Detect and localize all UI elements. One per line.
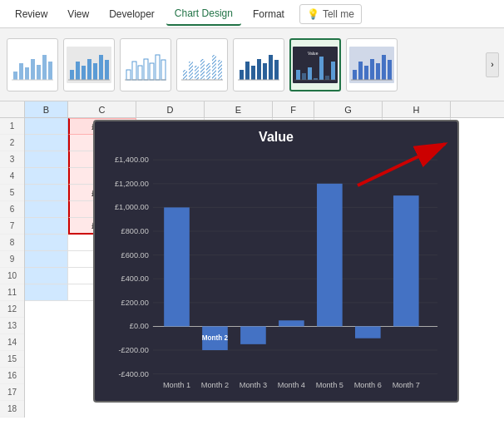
svg-rect-21 xyxy=(150,63,154,80)
svg-rect-39 xyxy=(269,55,273,80)
svg-text:£600.00: £600.00 xyxy=(121,251,149,259)
svg-rect-11 xyxy=(82,66,86,80)
svg-rect-34 xyxy=(240,70,244,80)
ribbon: Value › xyxy=(0,28,504,101)
svg-rect-4 xyxy=(37,65,41,80)
svg-rect-35 xyxy=(245,62,250,80)
svg-rect-23 xyxy=(161,60,166,80)
menu-review[interactable]: Review xyxy=(7,3,56,25)
chart-style-6-preview: Value xyxy=(293,44,338,86)
tell-me-input[interactable]: 💡 Tell me xyxy=(299,4,362,24)
col-header-g[interactable]: G xyxy=(314,101,383,117)
col-header-b[interactable]: B xyxy=(25,101,68,117)
cell-b6[interactable] xyxy=(25,201,68,218)
spreadsheet-area: B C D E F G H 1 2 3 4 5 6 7 8 9 10 11 12… xyxy=(0,101,504,425)
ribbon-scroll-arrow[interactable]: › xyxy=(486,52,499,77)
bar-month3 xyxy=(240,326,266,343)
corner-cell xyxy=(0,101,25,117)
col-header-c[interactable]: C xyxy=(68,101,136,117)
row-num-9: 9 xyxy=(0,251,24,268)
cell-b8[interactable] xyxy=(25,235,68,251)
svg-rect-55 xyxy=(364,66,368,80)
menu-format[interactable]: Format xyxy=(245,3,293,25)
chart-style-6[interactable]: Value xyxy=(289,38,341,91)
row-num-13: 13 xyxy=(0,318,24,334)
row-num-6: 6 xyxy=(0,201,24,218)
row-num-11: 11 xyxy=(0,284,24,301)
svg-rect-29 xyxy=(200,59,205,80)
chart-style-1-preview xyxy=(10,44,55,86)
svg-rect-59 xyxy=(388,60,392,80)
svg-text:£1,400.00: £1,400.00 xyxy=(115,156,149,164)
chart-style-7-preview xyxy=(349,44,394,86)
col-header-f[interactable]: F xyxy=(273,101,314,117)
row-headers: 1 2 3 4 5 6 7 8 9 10 11 12 13 14 15 16 1… xyxy=(0,118,25,418)
bar-month1 xyxy=(164,207,190,326)
chart-title: Value xyxy=(103,130,449,145)
svg-text:£200.00: £200.00 xyxy=(121,299,149,307)
col-header-e[interactable]: E xyxy=(205,101,273,117)
row-num-17: 17 xyxy=(0,384,24,401)
svg-rect-2 xyxy=(25,67,29,80)
svg-rect-15 xyxy=(105,60,109,80)
svg-text:Month 3: Month 3 xyxy=(240,381,267,389)
svg-rect-57 xyxy=(376,63,380,80)
bar-month7 xyxy=(393,195,419,326)
cell-b2[interactable] xyxy=(25,135,68,151)
cell-b4[interactable] xyxy=(25,168,68,185)
cell-b7[interactable] xyxy=(25,218,68,235)
svg-text:Month 7: Month 7 xyxy=(393,381,420,389)
svg-text:-£200.00: -£200.00 xyxy=(119,346,149,354)
svg-rect-13 xyxy=(93,63,97,80)
cell-b3[interactable] xyxy=(25,151,68,168)
svg-rect-20 xyxy=(144,59,148,80)
svg-text:Month 5: Month 5 xyxy=(316,381,343,389)
svg-rect-47 xyxy=(319,57,324,80)
chart-style-4[interactable] xyxy=(176,38,228,91)
svg-rect-31 xyxy=(212,55,216,80)
svg-rect-37 xyxy=(257,59,261,80)
chart-style-5-preview xyxy=(236,44,281,86)
cell-b5[interactable] xyxy=(25,185,68,201)
svg-rect-36 xyxy=(251,66,255,80)
svg-text:Month 2: Month 2 xyxy=(202,334,229,342)
svg-rect-56 xyxy=(370,59,374,80)
row-num-12: 12 xyxy=(0,301,24,318)
bar-month5 xyxy=(317,184,343,327)
svg-rect-32 xyxy=(218,60,222,80)
chart-style-2[interactable] xyxy=(63,38,115,91)
svg-rect-12 xyxy=(87,59,91,80)
cell-b11[interactable] xyxy=(25,284,68,301)
chart-style-3[interactable] xyxy=(120,38,171,91)
svg-rect-30 xyxy=(206,63,210,80)
svg-rect-22 xyxy=(156,55,160,80)
chart-container[interactable]: Value £1,400.00 £1,2 xyxy=(93,120,459,403)
cell-b1[interactable] xyxy=(25,118,68,135)
chart-style-1[interactable] xyxy=(7,38,58,91)
svg-rect-28 xyxy=(195,66,199,80)
svg-rect-49 xyxy=(331,62,335,80)
svg-rect-26 xyxy=(183,70,187,80)
chart-style-3-preview xyxy=(123,44,168,86)
svg-rect-5 xyxy=(42,55,47,80)
row-num-4: 4 xyxy=(0,168,24,185)
col-header-h[interactable]: H xyxy=(383,101,451,117)
row-num-15: 15 xyxy=(0,351,24,368)
menu-chart-design[interactable]: Chart Design xyxy=(166,2,241,26)
col-header-d[interactable]: D xyxy=(136,101,205,117)
bar-month4 xyxy=(279,320,304,326)
row-num-1: 1 xyxy=(0,118,24,135)
menu-developer[interactable]: Developer xyxy=(101,3,163,25)
svg-text:Month 4: Month 4 xyxy=(278,381,305,389)
spreadsheet-body: 1 2 3 4 5 6 7 8 9 10 11 12 13 14 15 16 1… xyxy=(0,118,504,418)
svg-rect-6 xyxy=(48,62,52,80)
row-num-2: 2 xyxy=(0,135,24,151)
tell-me-label: Tell me xyxy=(323,8,354,20)
chart-style-5[interactable] xyxy=(233,38,284,91)
chart-style-7[interactable] xyxy=(346,38,398,91)
svg-rect-58 xyxy=(382,55,386,80)
cell-b10[interactable] xyxy=(25,268,68,284)
cell-b9[interactable] xyxy=(25,251,68,268)
menu-view[interactable]: View xyxy=(59,3,97,25)
lightbulb-icon: 💡 xyxy=(307,8,319,20)
